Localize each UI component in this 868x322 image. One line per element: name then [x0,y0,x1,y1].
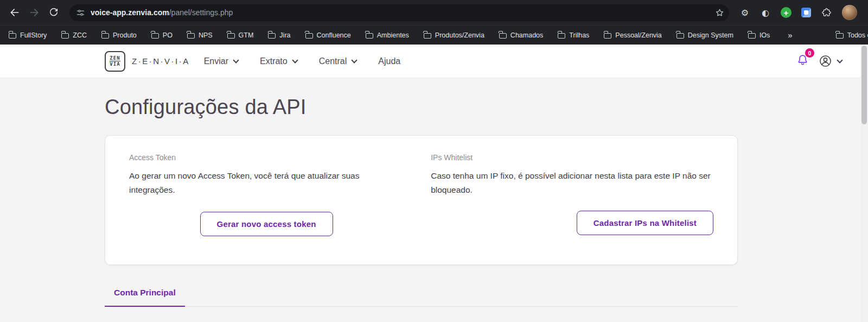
reload-icon [49,8,59,17]
folder-icon [558,33,565,39]
access-token-section: Access Token Ao gerar um novo Access Tok… [129,153,404,236]
register-ips-whitelist-button[interactable]: Cadastrar IPs na Whitelist [577,211,713,235]
url-text: voice-app.zenvia.com/panel/settings.php [91,8,709,17]
bookmark-label: Confluence [317,31,351,39]
bookmark-label: GTM [239,31,254,39]
address-bar[interactable]: voice-app.zenvia.com/panel/settings.php [69,4,729,21]
url-host: voice-app.zenvia.com [91,8,169,17]
url-path: /panel/settings.php [169,8,233,17]
brand-wordmark[interactable]: Z·E·N·V·I·A [132,56,190,66]
back-arrow-icon [9,7,20,18]
page-title: Configurações da API [105,96,868,119]
nav-item-ajuda[interactable]: Ajuda [378,56,400,66]
extensions-puzzle-icon[interactable] [817,3,835,22]
back-button[interactable] [5,3,24,22]
folder-icon [101,33,109,39]
folder-icon [499,33,507,39]
bookmark-folder[interactable]: NPS [187,31,213,39]
page-scrollbar[interactable] [860,45,868,322]
bookmarks-bar: FullStory ZCC Produto PO NPS GTM Jira Co… [0,25,868,45]
folder-icon [366,33,373,39]
notifications-button[interactable]: 0 [795,53,810,70]
ips-whitelist-section: IPs Whitelist Caso tenha um IP fixo, é p… [431,153,713,236]
bookmark-label: PO [163,31,173,39]
folder-icon [305,33,313,39]
bookmark-folder[interactable]: ZCC [61,31,87,39]
bookmark-folder[interactable]: IOs [748,31,770,39]
bookmark-label: Produto [113,31,137,39]
bookmark-folder[interactable]: Ambientes [366,31,409,39]
reload-button[interactable] [44,3,63,22]
page-viewport: ZEN VIA Z·E·N·V·I·A Enviar Extrato Centr… [0,45,868,322]
toolbar-right-icons: ⚙ ◐ + [736,3,863,22]
bookmark-label: NPS [199,31,213,39]
tab-conta-principal[interactable]: Conta Principal [105,288,185,307]
bookmark-label: Produtos/Zenvia [435,31,484,39]
nav-item-central[interactable]: Central [319,56,357,66]
scrollbar-thumb[interactable] [861,46,867,124]
folder-icon [836,33,844,39]
account-menu[interactable] [819,54,842,68]
bookmark-label: Jira [279,31,290,39]
bookmark-label: Ambientes [377,31,409,39]
bookmark-folder[interactable]: Trilhas [558,31,589,39]
folder-icon [61,33,69,39]
profile-avatar[interactable] [842,5,857,20]
settings-gear-icon[interactable]: ⚙ [736,3,754,22]
bookmark-folder[interactable]: Jira [268,31,290,39]
access-token-description: Ao gerar um novo Access Token, você terá… [129,169,404,198]
chevron-down-icon [292,57,298,63]
folder-icon [9,33,16,39]
ips-whitelist-label: IPs Whitelist [431,153,713,162]
folder-icon [268,33,276,39]
theme-toggle-icon[interactable]: ◐ [756,3,775,22]
bookmark-folder[interactable]: FullStory [9,31,47,39]
folder-icon [227,33,235,39]
add-circle-icon[interactable]: + [781,7,792,18]
notification-badge: 0 [805,48,814,58]
access-token-label: Access Token [129,153,404,162]
bookmarks-overflow-chevron[interactable]: » [784,30,795,40]
bookmark-label: Design System [688,31,733,39]
bookmark-label: Pessoal/Zenvia [615,31,661,39]
folder-icon [151,33,159,39]
folder-icon [676,33,684,39]
site-settings-icon[interactable] [76,8,85,17]
folder-icon [424,33,431,39]
main-content: Configurações da API Access Token Ao ger… [0,78,868,307]
bookmark-folder[interactable]: Pessoal/Zenvia [604,31,661,39]
chevron-down-icon [352,57,358,63]
bookmark-folder[interactable]: GTM [227,31,254,39]
bookmark-label: Trilhas [569,31,589,39]
bookmark-label: Chamados [510,31,543,39]
generate-access-token-button[interactable]: Gerar novo access token [200,212,333,236]
extension-icon[interactable] [801,8,811,17]
nav-item-enviar[interactable]: Enviar [204,56,238,66]
bookmark-folder[interactable]: Produto [101,31,137,39]
browser-toolbar: voice-app.zenvia.com/panel/settings.php … [0,0,868,25]
app-header: ZEN VIA Z·E·N·V·I·A Enviar Extrato Centr… [0,45,868,78]
ips-whitelist-description: Caso tenha um IP fixo, é possível adicio… [431,169,713,198]
nav-item-extrato[interactable]: Extrato [260,56,297,66]
folder-icon [748,33,756,39]
bookmark-folder[interactable]: Chamados [499,31,543,39]
forward-button[interactable] [25,3,43,22]
bookmark-label: FullStory [20,31,47,39]
folder-icon [604,33,611,39]
bookmark-folder[interactable]: Confluence [305,31,351,39]
all-bookmarks-label: Todos os favoritos [847,31,868,39]
bookmark-folder[interactable]: PO [151,31,173,39]
chevron-down-icon [233,57,239,63]
zenvia-logo[interactable]: ZEN VIA [105,51,125,72]
forward-arrow-icon [29,7,40,18]
main-nav: Enviar Extrato Central Ajuda [204,56,401,66]
bookmark-folder[interactable]: Design System [676,31,733,39]
all-bookmarks-button[interactable]: Todos os favoritos [836,31,868,39]
bookmark-star-icon[interactable] [714,8,725,18]
folder-icon [187,33,195,39]
api-settings-card: Access Token Ao gerar um novo Access Tok… [105,135,738,265]
header-right: 0 [795,53,842,70]
account-tabs: Conta Principal [105,288,738,307]
bookmark-folder[interactable]: Produtos/Zenvia [424,31,484,39]
bookmark-label: IOs [760,31,770,39]
